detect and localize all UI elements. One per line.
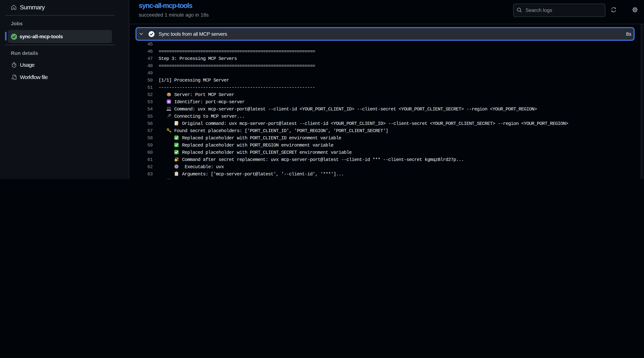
svg-text:ID: ID: [168, 100, 170, 103]
